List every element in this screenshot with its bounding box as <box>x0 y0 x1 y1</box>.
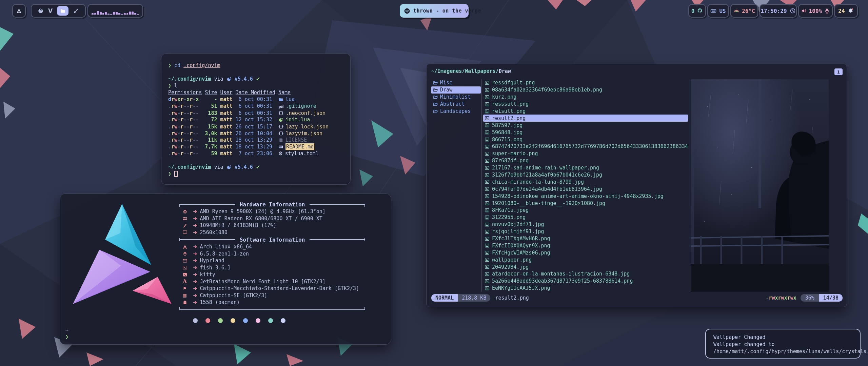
palette-color-dot <box>193 318 198 323</box>
file-list-item[interactable]: wallpaper.png <box>483 256 688 263</box>
gpu-icon <box>181 216 188 221</box>
file-list-item[interactable]: EeNKYgIUcAAJ5JX.png <box>483 285 688 292</box>
arrow-icon: ➜ <box>193 279 197 285</box>
file-list-item[interactable]: FXfcII0X0AQyn9X.png <box>483 242 688 249</box>
file-list-item[interactable]: atardecer-en-la-montanas-ilustracion-634… <box>483 270 688 278</box>
file-list-pane: ressdfgult.png08a634fa02a32364f69ebc86a9… <box>483 79 688 292</box>
ls-row: .rw-r--r--183matt 6 oct 00:31{}.neoconf.… <box>168 109 348 116</box>
fetch-info-row: A➜JetBrainsMono Nerd Font Light 10 [GTK2… <box>179 278 365 285</box>
workspaces-widget: V <box>31 4 86 18</box>
file-list-item[interactable]: 68747470733a2f2f696d616765732d7769786d70… <box>483 143 688 150</box>
notification-body: Wallpaper changed to /home/matt/.config/… <box>713 341 852 355</box>
file-list-item[interactable]: resssult.png <box>483 101 688 108</box>
file-list-item[interactable]: result2.png <box>483 115 688 122</box>
file-list-item[interactable]: 3122955.png <box>483 214 688 221</box>
file-permissions: .rw-r--r-- <box>168 137 202 143</box>
file-list-item[interactable]: re1sult.png <box>483 108 688 115</box>
palette-color-dot <box>205 318 210 323</box>
file-list-item[interactable]: rsjqojlmjhf91.jpg <box>483 228 688 235</box>
file-list-item[interactable]: 3126f7e9bbf21a8a4af0b67b041c6e26.jpg <box>483 171 688 179</box>
weather-module[interactable]: 26°C <box>730 4 758 18</box>
music-widget[interactable]: thrown - on the verge <box>400 4 469 18</box>
file-list-item[interactable]: nnvuv0xj2df71.jpg <box>483 221 688 228</box>
launcher-button[interactable] <box>12 4 26 18</box>
sidebar-item-misc[interactable]: Misc <box>431 79 481 86</box>
file-list-item[interactable]: 587597.jpg <box>483 122 688 129</box>
sidebar-item-draw[interactable]: Draw <box>431 86 481 94</box>
file-size: 7,7k <box>205 143 217 150</box>
file-name: ⚙stylua.toml <box>278 150 348 157</box>
keyboard-layout-module[interactable]: US <box>707 4 729 18</box>
file-list-item[interactable]: ressdfgult.png <box>483 79 688 86</box>
volume-module[interactable]: 100% <box>798 4 833 18</box>
sidebar-item-minimalist[interactable]: Minimalist <box>431 94 481 101</box>
visualizer-bar <box>129 12 131 15</box>
music-title: thrown - on the verge <box>413 8 481 14</box>
file-list-item[interactable]: 0c794faf07de24a4db4d4fb1eb813964.jpg <box>483 185 688 192</box>
file-list-item[interactable]: 154928-odinokoe_anime-art-anime-okno-sin… <box>483 192 688 200</box>
file-list-item[interactable]: kurz.png <box>483 94 688 101</box>
keyboard-layout: US <box>719 8 726 14</box>
fetch-info: Hardware Information ➜AMD Ryzen 9 5900X … <box>179 201 365 323</box>
image-file-icon <box>485 123 490 128</box>
file-list-item[interactable]: 217167-sad-anime-rain-wallpaper.png <box>483 164 688 171</box>
notification-title: Wallpaper Changed <box>713 334 852 341</box>
file-list-item[interactable]: FXfcJlTXgAMvH6R.png <box>483 235 688 242</box>
file-list-item[interactable]: 87r687df.png <box>483 157 688 164</box>
visualizer-bar <box>94 13 96 15</box>
file-name: {}lazy-lock.json <box>278 123 348 130</box>
sidebar-item-landscapes[interactable]: Landscapes <box>431 108 481 115</box>
visualizer-bar <box>124 13 126 15</box>
file-list-item[interactable]: super-mario.png <box>483 150 688 157</box>
terminal-window[interactable]: ❯ cd .config/nvim ~/.config/nvim via v5.… <box>161 54 351 185</box>
fetch-shell-prompt[interactable]: ~ ❯ <box>65 327 68 340</box>
file-size: 11k <box>205 137 217 143</box>
clock-module[interactable]: 17:50:29 <box>760 4 797 18</box>
file-list-item[interactable]: 596848.jpg <box>483 129 688 136</box>
scroll-percent: 36% <box>801 294 819 302</box>
open-folder-icon <box>433 109 438 114</box>
file-list-item[interactable]: 5a266e448add93deab367d87173e9f25-6837886… <box>483 278 688 285</box>
palette-color-dot <box>281 318 285 323</box>
file-list-item[interactable]: 20492984.jpg <box>483 263 688 270</box>
workspace-firefox-icon[interactable] <box>38 8 44 14</box>
notification-popup[interactable]: Wallpaper Changed Wallpaper changed to /… <box>705 329 861 359</box>
ls-row: .rw-r--r--59matt 7 oct 23:06⚙stylua.toml <box>168 150 348 157</box>
file-permissions: .rw-r--r-- <box>168 143 202 150</box>
file-list-item[interactable]: 08a634fa02a32364f69ebc86a98eb1eb.png <box>483 86 688 94</box>
arrow-icon: ➜ <box>193 271 197 278</box>
file-date: 26 oct 15:17 <box>236 123 275 130</box>
updates-module[interactable]: 0 <box>688 4 706 18</box>
file-permissions: .rw-r--r-- <box>168 123 202 130</box>
file-list-item[interactable]: 8FKa7Cu.jpeg <box>483 207 688 214</box>
ls-row: .rw-r--r--7,7kmatt18 oct 13:29README.md <box>168 143 348 150</box>
file-list-item[interactable]: 866715.png <box>483 136 688 143</box>
fetch-window[interactable]: Hardware Information ➜AMD Ryzen 9 5900X … <box>60 194 391 345</box>
check-icon: ✔ <box>256 77 260 82</box>
file-list-item[interactable]: chica-mirando-la-luna-8799.jpg <box>483 178 688 185</box>
file-manager-window[interactable]: ~/Imagenes/Wallpapers/Draw 1 MiscDrawMin… <box>426 64 847 307</box>
image-file-icon <box>485 95 490 100</box>
image-file-icon <box>485 279 490 284</box>
file-list-item[interactable]: FXfcHgcWIAMzs0G.png <box>483 249 688 256</box>
file-name: {}.neoconf.json <box>278 109 348 117</box>
image-file-icon <box>485 264 490 269</box>
sidebar-item-abstract[interactable]: Abstract <box>431 101 481 108</box>
visualizer-bar <box>107 14 110 15</box>
workspace-brush-icon[interactable] <box>73 8 79 14</box>
file-list-item[interactable]: 19201080-__blue-tinge__-1920×1080.jpg <box>483 200 688 207</box>
arrow-icon: ➜ <box>193 222 197 228</box>
ls-row: .rw-r--r--11kmatt18 oct 13:29LICENSE <box>168 137 348 143</box>
notifications-module[interactable]: 24 <box>834 4 858 18</box>
visualizer-bar <box>137 14 139 15</box>
tab-badge[interactable]: 1 <box>834 68 843 75</box>
file-owner: matt <box>220 130 232 137</box>
workspace-vim-icon[interactable]: V <box>48 8 53 14</box>
memory-icon <box>181 223 188 228</box>
arrow-icon: ➜ <box>193 251 197 257</box>
terminal-prompt-line[interactable]: ❯ <box>168 170 348 177</box>
arrow-icon: ➜ <box>193 229 197 236</box>
visualizer-bar <box>132 12 134 15</box>
folder-icon <box>60 8 66 14</box>
workspace-files-active[interactable] <box>57 6 68 16</box>
